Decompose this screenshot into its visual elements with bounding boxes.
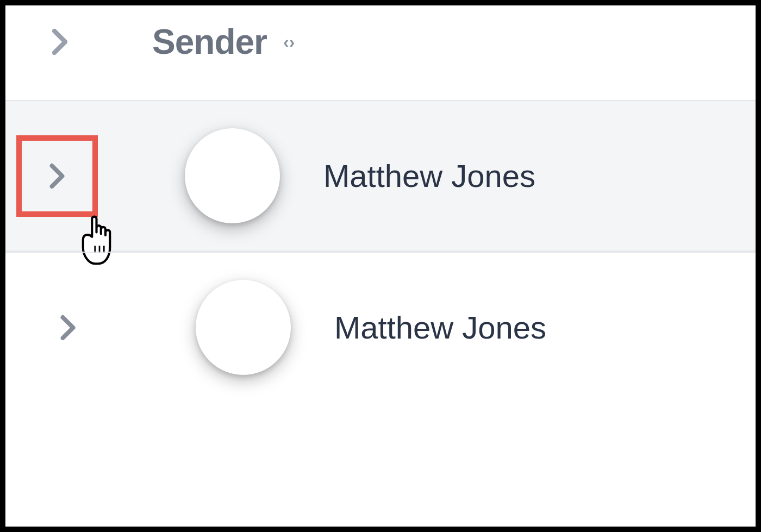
expand-row-button[interactable] (16, 135, 98, 217)
table-row[interactable]: Matthew Jones (5, 100, 756, 252)
column-header[interactable]: Sender ‹› (5, 5, 756, 100)
column-header-label: Sender (152, 22, 267, 62)
chevron-right-icon (58, 312, 78, 343)
expand-all-chevron-icon[interactable] (49, 26, 71, 58)
sender-name: Matthew Jones (323, 158, 535, 194)
table-row[interactable]: Matthew Jones (5, 252, 756, 402)
avatar (185, 128, 280, 223)
sort-icon[interactable]: ‹› (283, 32, 295, 52)
expand-row-button[interactable] (27, 287, 109, 368)
table-frame: Sender ‹› Matthew Jones (0, 0, 761, 532)
sender-name: Matthew Jones (334, 309, 546, 346)
avatar (196, 280, 291, 375)
column-header-label-wrap[interactable]: Sender ‹› (152, 22, 295, 62)
chevron-right-icon (47, 160, 67, 192)
